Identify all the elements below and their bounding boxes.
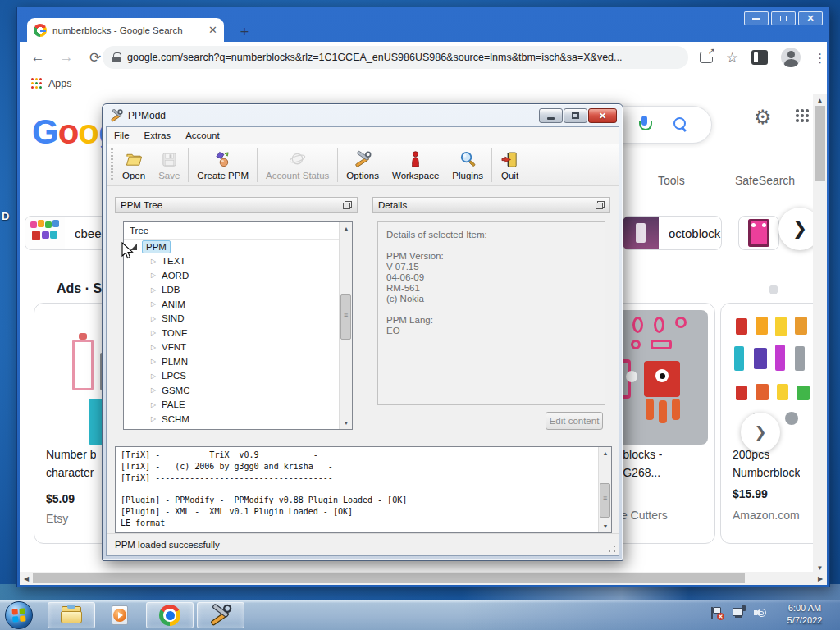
tree-node[interactable]: ▷SCHM xyxy=(124,412,352,427)
undock-icon[interactable] xyxy=(343,201,352,209)
card-menu-dot[interactable] xyxy=(769,285,778,294)
log-output[interactable]: [TriX] - TriX v0.9 - [TriX] - (c) 2006 b… xyxy=(115,446,612,533)
collapsed-arrow-icon[interactable]: ▷ xyxy=(149,300,158,308)
collapsed-arrow-icon[interactable]: ▷ xyxy=(149,386,158,394)
voice-search-icon[interactable] xyxy=(638,116,651,134)
safesearch-button[interactable]: SafeSearch xyxy=(735,174,795,187)
ppm-tree-panel-header[interactable]: PPM Tree xyxy=(115,197,358,213)
resize-grip[interactable] xyxy=(607,544,617,554)
collapsed-arrow-icon[interactable]: ▷ xyxy=(149,344,158,351)
suggestion-chip-octoblock[interactable]: octoblock xyxy=(622,216,722,250)
ppmodd-close-button[interactable]: ✕ xyxy=(588,108,617,123)
vertical-scroll-thumb[interactable] xyxy=(815,106,825,181)
address-bar[interactable]: google.com/search?q=numberblocks&rlz=1C1… xyxy=(103,46,688,69)
share-icon[interactable] xyxy=(700,52,713,63)
collapsed-arrow-icon[interactable]: ▷ xyxy=(149,315,158,322)
scroll-up-icon[interactable]: ▲ xyxy=(813,94,827,106)
new-tab-button[interactable]: + xyxy=(235,23,253,41)
action-center-flag-icon[interactable]: ✕ xyxy=(709,605,724,620)
scroll-right-icon[interactable]: ▶ xyxy=(814,575,827,582)
scroll-up-icon[interactable]: ▲ xyxy=(340,222,353,235)
log-scrollbar[interactable]: ▲ ▼ xyxy=(598,447,611,532)
browser-maximize-button[interactable] xyxy=(771,11,796,25)
tree-scrollbar[interactable]: ▲ ▼ xyxy=(339,222,352,429)
forward-icon[interactable]: → xyxy=(56,47,77,68)
search-icon[interactable] xyxy=(673,117,688,132)
collapsed-arrow-icon[interactable]: ▷ xyxy=(149,329,158,336)
taskbar-chrome-button[interactable] xyxy=(146,602,194,628)
page-vertical-scrollbar[interactable]: ▲ ▼ xyxy=(813,94,827,573)
tree-node[interactable]: ▷THEM xyxy=(124,427,352,431)
ppmodd-minimize-button[interactable] xyxy=(539,108,563,123)
scroll-left-icon[interactable]: ◀ xyxy=(20,575,33,582)
collapsed-arrow-icon[interactable]: ▷ xyxy=(149,401,158,409)
scroll-down-icon[interactable]: ▼ xyxy=(340,417,353,429)
plugins-button[interactable]: Plugins xyxy=(445,148,490,183)
menu-extras[interactable]: Extras xyxy=(137,129,179,142)
google-apps-grid-icon[interactable] xyxy=(796,109,810,123)
options-button[interactable]: Options xyxy=(340,148,386,183)
bookmark-star-icon[interactable]: ☆ xyxy=(726,51,738,65)
tree-node[interactable]: ▷LDB xyxy=(124,283,352,298)
log-scroll-thumb[interactable] xyxy=(600,483,610,518)
taskbar-clock[interactable]: 6:00 AM 5/7/2022 xyxy=(774,602,835,627)
tree-node[interactable]: ▷SIND xyxy=(124,312,352,326)
desktop-icon-label[interactable]: D xyxy=(2,210,9,222)
open-button[interactable]: Open xyxy=(116,148,152,183)
tree-node[interactable]: ▷TONE xyxy=(124,326,352,340)
suggestion-chip-image[interactable] xyxy=(738,216,779,250)
page-horizontal-scrollbar[interactable]: ◀ ▶ xyxy=(20,572,827,585)
taskbar-ppmodd-button[interactable] xyxy=(197,602,244,628)
profile-avatar[interactable] xyxy=(781,48,801,67)
tree-node[interactable]: ▷GSMC xyxy=(124,383,352,398)
scroll-down-icon[interactable]: ▼ xyxy=(599,520,612,532)
scroll-up-icon[interactable]: ▲ xyxy=(599,447,612,459)
tree-node[interactable]: ▷PALE xyxy=(124,398,352,413)
undock-icon[interactable] xyxy=(596,201,605,209)
taskbar-media-player-button[interactable] xyxy=(98,602,141,628)
taskbar-explorer-button[interactable] xyxy=(48,602,95,628)
volume-icon[interactable] xyxy=(753,605,768,620)
tab-close-icon[interactable]: ✕ xyxy=(208,25,217,35)
side-panel-icon[interactable] xyxy=(751,50,768,65)
browser-minimize-button[interactable] xyxy=(744,11,769,25)
tree-node-label-selected[interactable]: PPM xyxy=(142,240,171,253)
start-button[interactable] xyxy=(5,601,33,629)
save-button[interactable]: Save xyxy=(152,148,186,183)
tree-node[interactable]: ▷TEXT xyxy=(124,254,352,269)
apps-grid-icon[interactable] xyxy=(31,78,42,89)
tree-node[interactable]: ▷PLMN xyxy=(124,354,352,369)
tree-node[interactable]: ▷VFNT xyxy=(124,340,352,355)
chips-next-button[interactable]: ❯ xyxy=(778,208,815,250)
tools-button[interactable]: Tools xyxy=(658,174,685,187)
workspace-button[interactable]: Workspace xyxy=(386,148,445,183)
ppmodd-maximize-button[interactable] xyxy=(564,108,587,123)
menu-account[interactable]: Account xyxy=(178,129,227,142)
tree-node[interactable]: ▷ANIM xyxy=(124,297,352,312)
browser-close-button[interactable]: ✕ xyxy=(798,11,823,25)
back-icon[interactable]: ← xyxy=(27,47,48,68)
collapsed-arrow-icon[interactable]: ▷ xyxy=(149,358,158,365)
horizontal-scroll-thumb[interactable] xyxy=(33,573,745,583)
settings-gear-icon[interactable]: ⚙ xyxy=(754,106,772,129)
browser-menu-icon[interactable]: ⋮ xyxy=(814,52,826,64)
tree-node[interactable]: ▷LPCS xyxy=(124,369,352,384)
quit-button[interactable]: Quit xyxy=(494,148,526,183)
tree-node[interactable]: ▷AORD xyxy=(124,268,352,283)
ppm-tree[interactable]: Tree PPM ▷TEXT ▷AORD ▷LDB ▷ANIM ▷SIND ▷T… xyxy=(123,221,353,430)
account-status-button[interactable]: Account Status xyxy=(259,148,336,183)
collapsed-arrow-icon[interactable]: ▷ xyxy=(149,372,158,380)
tree-scroll-thumb[interactable] xyxy=(340,294,351,340)
menu-file[interactable]: File xyxy=(107,129,137,142)
create-ppm-button[interactable]: Create PPM xyxy=(190,148,255,183)
collapsed-arrow-icon[interactable]: ▷ xyxy=(149,258,158,265)
scroll-down-icon[interactable]: ▼ xyxy=(813,562,827,573)
tree-node-root[interactable]: PPM xyxy=(124,240,352,254)
browser-tab[interactable]: numberblocks - Google Search ✕ xyxy=(27,18,224,42)
edit-content-button[interactable]: Edit content xyxy=(546,412,603,430)
collapsed-arrow-icon[interactable]: ▷ xyxy=(149,272,158,279)
collapsed-arrow-icon[interactable]: ▷ xyxy=(149,415,158,422)
network-icon[interactable] xyxy=(731,605,746,620)
collapsed-arrow-icon[interactable]: ▷ xyxy=(149,286,158,294)
details-panel-header[interactable]: Details xyxy=(372,197,610,213)
